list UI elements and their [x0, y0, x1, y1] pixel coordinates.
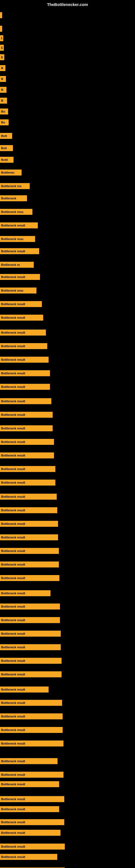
bar-item: Bottleneck result — [0, 830, 60, 836]
bar-item: Bottleneck result — [0, 617, 60, 623]
bar-label: Bo — [1, 121, 5, 124]
bar-label: Bottlenec — [1, 171, 14, 174]
bar-item: Bottleneck result — [0, 274, 40, 280]
bar-label: Bottleneck result — [1, 605, 25, 608]
bar-label: Bottleneck result — [1, 563, 25, 566]
bar-item: Bottleneck result — [0, 561, 59, 567]
bar-label: Bottl — [1, 158, 8, 161]
bar-item: Bo — [0, 108, 8, 115]
bar-label: Bottleneck result — [1, 427, 25, 430]
bar-item: Bottleneck result — [0, 781, 59, 787]
bar-label: Bott — [1, 134, 7, 137]
bar-label: Bottleneck result — [1, 632, 25, 635]
bar-item: Bottleneck re — [0, 262, 34, 268]
bar-item: Bottleneck result — [0, 658, 61, 664]
bar-label: Bottleneck result — [1, 688, 25, 691]
bar-label: Bottleneck result — [1, 224, 25, 227]
bar-label: Bottleneck result — [1, 344, 25, 348]
bar-label: Bottleneck resu — [1, 237, 24, 241]
bar-label: Bottleneck result — [1, 773, 25, 776]
bar-item: Bottleneck result — [0, 671, 61, 677]
bar-item: Bottleneck result — [0, 631, 61, 637]
bar-item: Bottleneck result — [0, 439, 54, 445]
bar-label: Bottleneck result — [1, 400, 25, 403]
bar-label: Bottleneck result — [1, 481, 25, 484]
bar-item: Bottleneck — [0, 195, 27, 201]
bar-label: Bottleneck result — [1, 646, 25, 649]
bar-item: Bottleneck result — [0, 603, 60, 610]
bar-item: B — [0, 98, 7, 104]
bar-item: Bottleneck result — [0, 507, 57, 513]
bar-item: Bottleneck result — [0, 772, 63, 778]
bar-item: Bottleneck result — [0, 686, 49, 692]
bar-item: Bottleneck result — [0, 466, 55, 472]
bar-label: Bottleneck result — [1, 728, 25, 732]
bar-label: Bottleneck result — [1, 831, 25, 834]
bar-item: Bott — [0, 133, 12, 139]
bar-label: Bottleneck result — [1, 372, 25, 375]
bar-label: Bottleneck — [1, 197, 16, 200]
bar-label: Bottleneck result — [1, 358, 25, 361]
bar-label: Bottleneck result — [1, 385, 25, 389]
bar-label: Bottleneck result — [1, 467, 25, 471]
bar-item: Bottleneck resu — [0, 209, 32, 215]
bar-item: B — [0, 65, 5, 71]
bar-item: Bottleneck result — [0, 370, 50, 376]
bar-label: Bottleneck result — [1, 440, 25, 443]
bar-item: B — [0, 87, 6, 93]
bar-label: Bottleneck result — [1, 760, 25, 763]
bar-item: Bottleneck result — [0, 806, 59, 812]
bar-item — [0, 26, 2, 32]
bar-item: Bottleneck result — [0, 301, 42, 307]
bar-item: Bottleneck result — [0, 575, 59, 581]
bar-label: Bottleneck result — [1, 798, 25, 801]
bar-item: Bottleneck result — [0, 315, 43, 321]
bar-label: E — [1, 46, 3, 50]
bar-item: Bottleneck result — [0, 248, 39, 254]
bar-label: Bottleneck result — [1, 715, 25, 718]
bar-item: Bottleneck result — [0, 425, 53, 431]
bar-label: Bottleneck result — [1, 522, 25, 525]
bar-item: Bottleneck result — [0, 222, 38, 228]
bar-item: Bottleneck result — [0, 644, 61, 650]
bar-item: Bottleneck result — [0, 534, 58, 540]
bar-label: Bottleneck result — [1, 549, 25, 553]
bar-item: Bottleneck result — [0, 548, 59, 554]
bar-item: Bottleneck result — [0, 727, 63, 733]
bar-label: Bottleneck result — [1, 782, 25, 786]
bar-label: Bottleneck result — [1, 659, 25, 662]
bar-label: Bottleneck result — [1, 508, 25, 512]
bar-item: E — [0, 54, 4, 60]
bar-label: Bolt — [1, 147, 7, 150]
bar-label: Bottleneck result — [1, 673, 25, 676]
site-title: TheBottlenecker.com — [47, 2, 88, 7]
bar-item — [0, 12, 2, 18]
bar-item: Bottleneck result — [0, 700, 62, 706]
bar-label: B — [1, 99, 3, 102]
bar-label: Bottleneck result — [1, 855, 25, 859]
bar-item: Bottleneck result — [0, 741, 63, 746]
bar-item: E — [0, 45, 4, 51]
bar-label: Bottleneck re — [1, 263, 20, 267]
bar-label: Bottleneck result — [1, 316, 25, 319]
bar-item: Bo — [0, 119, 9, 125]
bar-item: Bottl — [0, 157, 13, 163]
bar-label: Bottleneck result — [1, 742, 25, 745]
bar-item: Bottleneck result — [0, 384, 50, 390]
bar-item: Bottleneck result — [0, 343, 47, 349]
bar-item: Bottleneck result — [0, 412, 53, 418]
bar-label: B — [1, 77, 3, 81]
bar-label: Bottleneck result — [1, 618, 25, 622]
bar-label: Bottleneck result — [1, 495, 25, 498]
bar-label: Bottleneck result — [1, 275, 25, 279]
bar-item: Bottleneck result — [0, 713, 63, 719]
bar-label: Bottleneck result — [1, 592, 25, 595]
bar-item: Bottleneck result — [0, 494, 57, 500]
bar-item: Bottleneck result — [0, 330, 46, 336]
bar-label: E — [1, 37, 2, 40]
bar-label: Bottleneck result — [1, 807, 25, 811]
bar-item: Bottlenec — [0, 169, 21, 176]
bar-label: B — [1, 88, 3, 91]
bar-item: Bolt — [0, 145, 13, 151]
bar-item: B — [0, 76, 6, 82]
